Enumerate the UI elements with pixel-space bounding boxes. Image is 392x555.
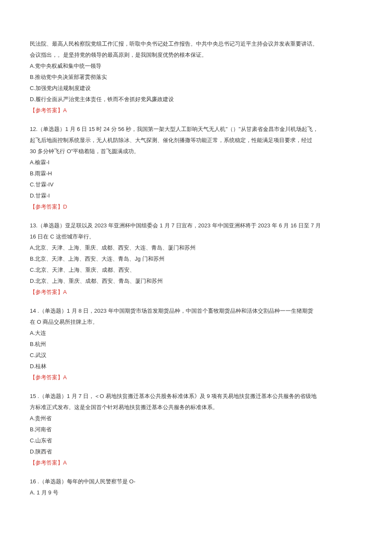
question-15: 15 .（单选题）1 月 7 日，＜O 易地扶贫搬迁基本公共股务标准体系》及 9…	[30, 391, 362, 468]
option-b: B.河南省	[30, 424, 362, 435]
answer-line: 【参考答案】D	[30, 201, 362, 212]
option-d: D.北京、上海、重庆、成都、西安、青岛、厦门和苏州	[30, 276, 362, 287]
answer-line: 【参考答案】A	[30, 372, 362, 383]
stem-line: 会议指出，。是坚持党的领导的最高原则，是我国制度优势的根本保证。	[30, 49, 362, 61]
stem-line: 30 多分钟飞行 O"平稳着陆，首飞圆满成功。	[30, 146, 362, 157]
option-a: A. 1 月 9 号	[30, 487, 362, 498]
stem-line: 16 .（单选题）每年的中国人民警察节是 O-	[30, 476, 362, 487]
option-b: B.北京、天津、上海、西安、大连、青岛、Jg 门和苏州	[30, 253, 362, 264]
answer-value: A	[63, 459, 67, 466]
option-d: D.陕西省	[30, 446, 362, 457]
answer-value: A	[63, 374, 67, 381]
stem-line: 14 .（单选题）1 月 8 日，2023 年中国期货市场首发期货品种，中国首个…	[30, 305, 362, 317]
option-a: A,北京、天津、上海、重庆、成都、西安、大连、青岛、厦门和苏州	[30, 242, 362, 253]
answer-line: 【参考答案】A	[30, 287, 362, 298]
option-c: C.北京、天津、上海、重庆、成都、西安、	[30, 264, 362, 276]
question-12: 12.（单选题）1 月 6 日 15 时 24 分 56 秒，我国第一架大型人工…	[30, 124, 362, 212]
answer-label: 【参考答案】	[30, 203, 63, 210]
stem-line: 方标准正式发布。这是全国首个针对易地扶贫搬迁基本公共服务的标准体系。	[30, 402, 362, 413]
option-a: A.榆霖-I	[30, 157, 362, 168]
option-c: C.甘霖-IV	[30, 179, 362, 190]
answer-label: 【参考答案】	[30, 459, 63, 466]
question-14: 14 .（单选题）1 月 8 日，2023 年中国期货市场首发期货品种，中国首个…	[30, 305, 362, 383]
answer-line: 【参考答案】A	[30, 105, 362, 116]
stem-line: 起飞后地面控制系统显示，无人机防除冰、大气探测、催化剂播撒等功能正常，系统稳定，…	[30, 135, 362, 146]
answer-value: A	[63, 289, 67, 295]
option-a: A.党中央权威和集中统一领导	[30, 61, 362, 72]
question-16: 16 .（单选题）每年的中国人民警察节是 O- A. 1 月 9 号	[30, 476, 362, 498]
answer-line: 【参考答案】A	[30, 457, 362, 468]
option-b: B.推动党中央决策部署贯彻落实	[30, 72, 362, 83]
answer-label: 【参考答案】	[30, 107, 63, 113]
option-a: A.大连	[30, 328, 362, 339]
answer-value: D	[63, 203, 67, 210]
option-b: B.雨霖-H	[30, 168, 362, 179]
stem-line: 12.（单选题）1 月 6 日 15 时 24 分 56 秒，我国第一架大型人工…	[30, 124, 362, 135]
answer-label: 【参考答案】	[30, 374, 63, 381]
answer-value: A	[63, 107, 67, 113]
option-d: D.履行全面从严治党主体责任，铁而不舍抓好党风廉政建设	[30, 94, 362, 105]
stem-line: 16 日在 C 这些城市举行。	[30, 231, 362, 242]
option-a: A.贵州省	[30, 413, 362, 424]
option-c: C.加强党内法规制度建设	[30, 83, 362, 94]
option-c: C.山东省	[30, 435, 362, 446]
option-b: B.杭州	[30, 339, 362, 350]
stem-line: 在 O 商品交易所挂牌上市。	[30, 317, 362, 328]
question-continuation: 民法院、最高人民检察院党组工作汇报，听取中央书记处工作报告。中共中央总书记习近平…	[30, 38, 362, 116]
stem-line: 15 .（单选题）1 月 7 日，＜O 易地扶贫搬迁基本公共股务标准体系》及 9…	[30, 391, 362, 402]
option-d: D.甘霖-I	[30, 190, 362, 201]
stem-line: 13.（单选题）亚足联以及 2023 年亚洲杯中国组委会 1 月 7 日宣布，2…	[30, 220, 362, 231]
option-c: C.武汉	[30, 350, 362, 361]
stem-line: 民法院、最高人民检察院党组工作汇报，听取中央书记处工作报告。中共中央总书记习近平…	[30, 38, 362, 49]
option-d: D.桂林	[30, 361, 362, 372]
answer-label: 【参考答案】	[30, 289, 63, 295]
question-13: 13.（单选题）亚足联以及 2023 年亚洲杯中国组委会 1 月 7 日宣布，2…	[30, 220, 362, 298]
